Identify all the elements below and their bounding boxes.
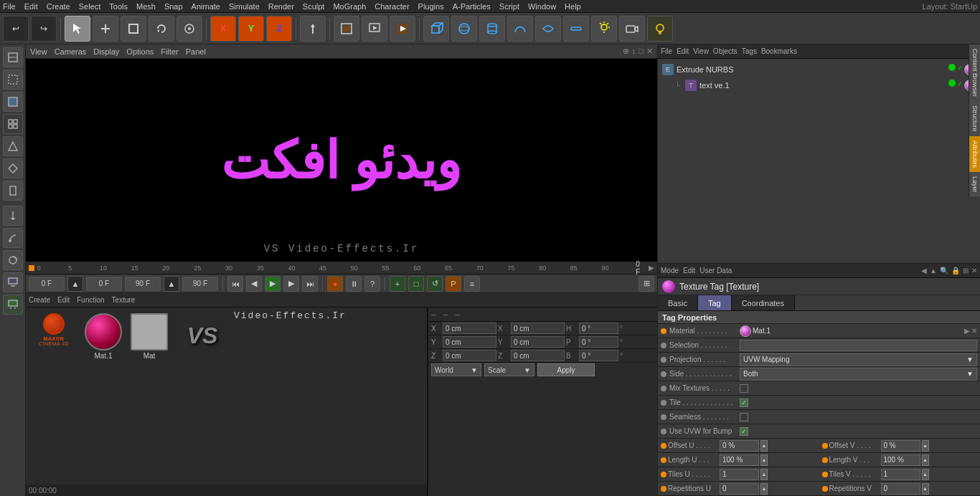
side-tab-content-browser[interactable]: Content Browser [969,44,980,101]
menu-mesh[interactable]: Mesh [136,2,156,11]
move-tool-button[interactable] [300,16,326,42]
viewport-icon-2[interactable]: ↕ [632,47,636,56]
step-forward-button[interactable]: ▶ [283,276,299,292]
menu-mograph[interactable]: MoGraph [333,2,366,11]
menu-plugins[interactable]: Plugins [418,2,444,11]
menu-snap[interactable]: Snap [164,2,183,11]
add-mode-button[interactable] [93,16,118,42]
material-mat2[interactable]: Mat [128,310,171,363]
side-dropdown[interactable]: Both ▼ [740,368,977,381]
menu-simulate[interactable]: Simulate [229,2,260,11]
menu-help[interactable]: Help [565,2,581,11]
coord-h-val[interactable] [579,323,618,334]
step-back-button[interactable]: ◀ [246,276,262,292]
length-u-input[interactable] [720,454,759,466]
timeline-menu-function[interactable]: Function [77,296,104,304]
box-mode-button[interactable] [121,16,146,42]
bulb-button[interactable] [647,16,673,42]
offset-u-input[interactable] [720,440,759,452]
menu-aparticles[interactable]: A-Particles [453,2,491,11]
obj-menu-tags[interactable]: Tags [742,47,757,55]
viewport-menu-filter[interactable]: Filter [161,47,178,56]
obj-menu-file[interactable]: File [661,47,672,55]
key-rot-button[interactable]: ↺ [427,276,443,292]
cube-button[interactable] [423,16,449,42]
tile-checkbox[interactable] [740,399,748,407]
tiles-v-input[interactable] [881,469,920,480]
projection-dropdown[interactable]: UVW Mapping ▼ [740,353,977,366]
go-end-button[interactable]: ⏭ [302,276,318,292]
attr-search-icon[interactable]: 🔍 [940,267,948,275]
left-tool-1[interactable] [3,47,23,67]
left-tool-12[interactable] [3,295,23,315]
frame-end-input2[interactable]: ▲ [164,276,179,292]
spline-button[interactable] [507,16,533,42]
left-tool-2[interactable] [3,70,23,90]
timeline-expand[interactable]: ⊞ [639,276,654,292]
seamless-checkbox[interactable] [740,413,748,421]
main-viewport[interactable]: ويدئو افکت VS Video-Effects.Ir [26,59,657,262]
coord-z-pos[interactable] [443,350,496,361]
stop-button[interactable]: ? [364,276,380,292]
offset-v-spinner[interactable]: ▲ [922,440,929,452]
side-tab-attributes[interactable]: Attributes [969,136,980,172]
attr-expand-icon[interactable]: ⊞ [963,267,969,275]
offset-v-input[interactable] [881,440,920,452]
attr-lock-icon[interactable]: 🔒 [951,267,960,275]
menu-file[interactable]: File [3,2,16,11]
side-tab-layer[interactable]: Layer [969,172,980,197]
record-button[interactable]: ● [327,276,343,292]
attr-tab-coordinates[interactable]: Coordinates [732,295,795,310]
side-tab-structure[interactable]: Structure [969,101,980,136]
viewport-menu-options[interactable]: Options [126,47,154,56]
coord-p-val[interactable] [579,336,618,348]
undo-button[interactable]: ↩ [3,16,29,42]
material-preview-swatch[interactable] [740,325,751,337]
x-axis-button[interactable]: X [210,16,236,42]
tree-item-text[interactable]: └ T text ve.1 ✓ [661,77,977,93]
rotate-mode-button[interactable] [149,16,174,42]
left-tool-10[interactable] [3,250,23,270]
light-button[interactable] [591,16,617,42]
obj-menu-bookmarks[interactable]: Bookmarks [761,47,797,55]
menu-edit[interactable]: Edit [24,2,38,11]
z-axis-button[interactable]: Z [266,16,292,42]
menu-window[interactable]: Window [528,2,556,11]
text-check[interactable]: ✓ [957,80,963,91]
attr-tab-basic[interactable]: Basic [658,295,698,310]
viewport-menu-panel[interactable]: Panel [186,47,206,56]
ruler-expand[interactable]: ▶ [649,264,654,272]
attr-menu-edit[interactable]: Edit [683,267,695,275]
play-button[interactable]: ▶ [265,276,281,292]
menu-tools[interactable]: Tools [109,2,128,11]
left-tool-11[interactable] [3,272,23,292]
scale-mode-button[interactable] [176,16,202,42]
scale-dropdown[interactable]: Scale ▼ [484,363,534,376]
viewport-menu-display[interactable]: Display [93,47,119,56]
rep-v-input[interactable] [881,483,920,495]
offset-u-spinner[interactable]: ▲ [760,440,768,452]
menu-script[interactable]: Script [499,2,519,11]
key-rec-button[interactable]: P [446,276,461,292]
left-tool-3[interactable] [3,92,23,112]
menu-create[interactable]: Create [47,2,70,11]
obj-menu-objects[interactable]: Objects [713,47,738,55]
tiles-u-spinner[interactable]: ▲ [760,469,768,480]
tree-item-extrude[interactable]: E Extrude NURBS ✓ [661,62,977,77]
menu-character[interactable]: Character [374,2,409,11]
frame-current-input[interactable]: 0 F [86,277,122,291]
tiles-u-input[interactable] [720,469,759,480]
length-v-spinner[interactable]: ▲ [922,454,929,466]
mix-textures-checkbox[interactable] [740,384,748,393]
coord-y-pos[interactable] [443,336,496,348]
rep-u-spinner[interactable]: ▲ [760,483,768,495]
menu-select[interactable]: Select [79,2,101,11]
coord-x-pos[interactable] [443,323,496,334]
left-tool-4[interactable] [3,114,23,134]
coord-z-size[interactable] [511,350,565,361]
left-tool-6[interactable] [3,158,23,178]
y-axis-button[interactable]: Y [238,16,264,42]
timeline-menu-create[interactable]: Create [29,296,50,304]
viewport-menu-view[interactable]: View [30,47,47,56]
left-tool-7[interactable] [3,181,23,201]
